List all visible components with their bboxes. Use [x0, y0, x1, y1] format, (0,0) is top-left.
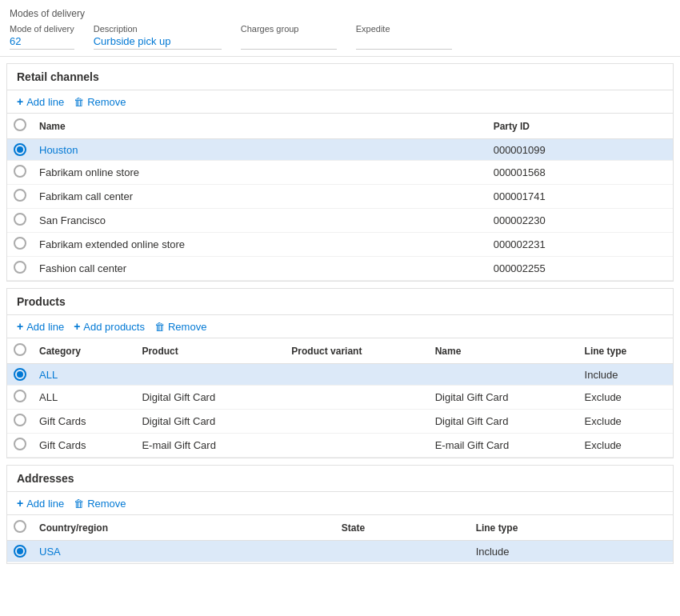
- select-all-checkbox[interactable]: [14, 118, 26, 131]
- products-remove-button[interactable]: 🗑 Remove: [154, 321, 206, 333]
- table-row[interactable]: Fashion call center 000002255: [7, 257, 673, 281]
- retail-channels-header-row: Name Party ID: [7, 114, 673, 139]
- row-radio[interactable]: [14, 368, 26, 381]
- addresses-table-wrap: Country/region State Line type USA Inclu…: [7, 515, 673, 563]
- mode-value[interactable]: 62: [10, 35, 74, 50]
- expedite-value[interactable]: [356, 35, 452, 50]
- addresses-add-line-label: Add line: [26, 498, 64, 510]
- row-radio-cell[interactable]: [7, 185, 33, 209]
- products-add-products-label: Add products: [83, 321, 145, 333]
- row-radio[interactable]: [14, 545, 26, 558]
- row-radio[interactable]: [14, 414, 26, 426]
- products-variant-col: Product variant: [285, 338, 428, 364]
- row-radio-cell[interactable]: [7, 364, 33, 386]
- addresses-select-all[interactable]: [14, 520, 26, 533]
- modes-of-delivery-title: Modes of delivery: [10, 8, 670, 19]
- charges-label: Charges group: [241, 24, 337, 34]
- mode-label: Mode of delivery: [10, 24, 74, 34]
- retail-channels-name-col: Name: [33, 114, 487, 139]
- row-radio[interactable]: [14, 438, 26, 450]
- row-radio-cell[interactable]: [7, 386, 33, 410]
- row-radio-cell[interactable]: [7, 410, 33, 434]
- row-party-id: 000002230: [487, 209, 673, 233]
- row-name: Fabrikam online store: [33, 161, 487, 185]
- table-row[interactable]: USA Include: [7, 541, 673, 562]
- row-variant: [285, 434, 428, 458]
- modes-of-delivery-section: Modes of delivery Mode of delivery 62 De…: [0, 0, 680, 57]
- products-select-all[interactable]: [14, 343, 26, 356]
- addresses-table: Country/region State Line type USA Inclu…: [7, 515, 673, 562]
- retail-channels-header: Retail channels: [7, 64, 673, 90]
- description-value[interactable]: Curbside pick up: [94, 35, 222, 50]
- row-name: Digital Gift Card: [429, 410, 578, 434]
- row-party-id: 000001568: [487, 161, 673, 185]
- row-radio[interactable]: [14, 261, 26, 274]
- retail-channels-title: Retail channels: [17, 70, 99, 83]
- products-toolbar: + Add line + Add products 🗑 Remove: [7, 315, 673, 338]
- row-linetype: Exclude: [578, 386, 673, 410]
- addresses-header-row: Country/region State Line type: [7, 515, 673, 541]
- retail-channels-remove-button[interactable]: 🗑 Remove: [74, 96, 126, 108]
- row-radio[interactable]: [14, 189, 26, 202]
- row-name: Fabrikam call center: [33, 185, 487, 209]
- row-radio-cell[interactable]: [7, 209, 33, 233]
- row-radio-cell[interactable]: [7, 233, 33, 257]
- row-product: E-mail Gift Card: [135, 434, 285, 458]
- row-name: Houston: [33, 139, 487, 161]
- charges-field-group: Charges group: [241, 24, 337, 50]
- table-row[interactable]: Gift Cards E-mail Gift Card E-mail Gift …: [7, 434, 673, 458]
- row-radio[interactable]: [14, 143, 26, 156]
- charges-value[interactable]: [241, 35, 337, 50]
- products-table-wrap: Category Product Product variant Name Li…: [7, 338, 673, 458]
- row-radio-cell[interactable]: [7, 161, 33, 185]
- addresses-add-line-button[interactable]: + Add line: [17, 497, 64, 510]
- row-name: Fashion call center: [33, 257, 487, 281]
- plus-icon-products: +: [17, 320, 23, 333]
- plus-icon-add-products: +: [74, 320, 80, 333]
- row-name: San Francisco: [33, 209, 487, 233]
- row-category: Gift Cards: [33, 410, 135, 434]
- addresses-state-col: State: [335, 515, 470, 541]
- row-name: Fabrikam extended online store: [33, 233, 487, 257]
- table-row[interactable]: Fabrikam extended online store 000002231: [7, 233, 673, 257]
- row-radio-cell[interactable]: [7, 257, 33, 281]
- row-category: ALL: [33, 364, 135, 386]
- table-row[interactable]: Gift Cards Digital Gift Card Digital Gif…: [7, 410, 673, 434]
- row-radio[interactable]: [14, 390, 26, 402]
- row-linetype: Include: [578, 364, 673, 386]
- row-linetype: Exclude: [578, 410, 673, 434]
- row-radio[interactable]: [14, 165, 26, 178]
- row-product: Digital Gift Card: [135, 410, 285, 434]
- description-label: Description: [94, 24, 222, 34]
- retail-channels-body: Houston 000001099 Fabrikam online store …: [7, 139, 673, 281]
- row-party-id: 000001099: [487, 139, 673, 161]
- products-add-line-button[interactable]: + Add line: [17, 320, 64, 333]
- row-state: [335, 541, 470, 562]
- description-field-group: Description Curbside pick up: [94, 24, 222, 50]
- table-row[interactable]: ALL Digital Gift Card Digital Gift Card …: [7, 386, 673, 410]
- row-radio-cell[interactable]: [7, 139, 33, 161]
- row-radio[interactable]: [14, 213, 26, 226]
- trash-icon-addresses: 🗑: [74, 498, 84, 510]
- row-radio-cell[interactable]: [7, 541, 33, 562]
- table-row[interactable]: Houston 000001099: [7, 139, 673, 161]
- products-body: ALL Include ALL Digital Gift Card Digita…: [7, 364, 673, 458]
- row-radio[interactable]: [14, 237, 26, 250]
- retail-channels-add-line-label: Add line: [26, 96, 64, 108]
- retail-channels-toolbar: + Add line 🗑 Remove: [7, 90, 673, 114]
- table-row[interactable]: Fabrikam call center 000001741: [7, 185, 673, 209]
- table-row[interactable]: Fabrikam online store 000001568: [7, 161, 673, 185]
- products-add-line-label: Add line: [26, 321, 64, 333]
- table-row[interactable]: ALL Include: [7, 364, 673, 386]
- addresses-remove-button[interactable]: 🗑 Remove: [74, 498, 126, 510]
- expedite-field-group: Expedite: [356, 24, 452, 50]
- row-category: ALL: [33, 386, 135, 410]
- products-add-products-button[interactable]: + Add products: [74, 320, 145, 333]
- row-variant: [285, 410, 428, 434]
- products-section: Products + Add line + Add products 🗑 Rem…: [6, 288, 674, 458]
- products-select-col: [7, 338, 33, 364]
- row-radio-cell[interactable]: [7, 434, 33, 458]
- products-table: Category Product Product variant Name Li…: [7, 338, 673, 458]
- table-row[interactable]: San Francisco 000002230: [7, 209, 673, 233]
- retail-channels-add-line-button[interactable]: + Add line: [17, 95, 64, 108]
